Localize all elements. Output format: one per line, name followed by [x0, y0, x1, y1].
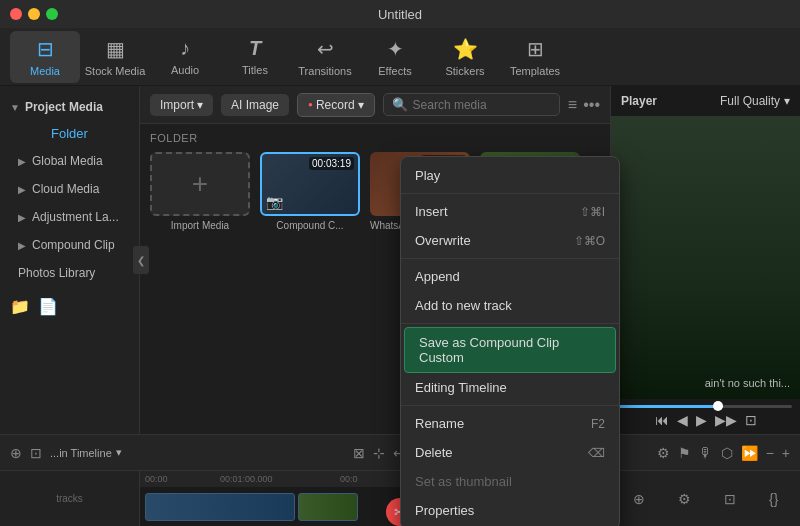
- sidebar-header: ▼ Project Media: [0, 94, 139, 120]
- ctx-delete[interactable]: Delete ⌫: [401, 438, 619, 467]
- toolbar-label-transitions: Transitions: [298, 65, 351, 77]
- toolbar-item-transitions[interactable]: ↩ Transitions: [290, 31, 360, 83]
- timeline-dropdown-icon[interactable]: ▾: [116, 446, 122, 459]
- settings-icon[interactable]: ⚙: [657, 445, 670, 461]
- timeline-more-icon[interactable]: {}: [769, 491, 778, 507]
- quality-selector[interactable]: Full Quality ▾: [720, 94, 790, 108]
- speed-icon[interactable]: ⏩: [741, 445, 758, 461]
- track-clip-2[interactable]: [298, 493, 358, 521]
- sidebar-folder-icon[interactable]: 📁: [10, 297, 30, 316]
- timeline-label: ...in Timeline ▾: [50, 446, 122, 459]
- ruler-mark-2: 00:0: [340, 474, 358, 484]
- sidebar-item-photos[interactable]: Photos Library: [0, 259, 139, 287]
- toolbar-item-stickers[interactable]: ⭐ Stickers: [430, 31, 500, 83]
- sidebar-arrow-compound-icon: ▶: [18, 240, 26, 251]
- sidebar-item-adjustment[interactable]: ▶ Adjustment La...: [0, 203, 139, 231]
- ctx-thumbnail: Set as thumbnail: [401, 467, 619, 496]
- filter-icon[interactable]: ≡: [568, 96, 577, 114]
- timeline-left: tracks: [0, 471, 140, 526]
- player-frame-back-icon[interactable]: ◀: [677, 412, 688, 428]
- sidebar-item-compound-clip[interactable]: ▶ Compound Clip: [0, 231, 139, 259]
- close-button[interactable]: [10, 8, 22, 20]
- sidebar-collapse-button[interactable]: ❮: [133, 246, 149, 274]
- ctx-divider-4: [401, 405, 619, 406]
- ai-image-button[interactable]: AI Image: [221, 94, 289, 116]
- window-title: Untitled: [378, 7, 422, 22]
- player-progress-handle[interactable]: [713, 401, 723, 411]
- maximize-button[interactable]: [46, 8, 58, 20]
- toolbar-item-templates[interactable]: ⊞ Templates: [500, 31, 570, 83]
- ctx-append[interactable]: Append: [401, 262, 619, 291]
- stock-media-icon: ▦: [106, 37, 125, 61]
- media-grid: FOLDER + Import Media 00:03:19 📷 Compoun…: [140, 124, 610, 434]
- timeline-settings-icon[interactable]: ⚙: [678, 491, 691, 507]
- ctx-add-track[interactable]: Add to new track: [401, 291, 619, 320]
- player-video: ain't no such thi...: [611, 116, 800, 399]
- ctx-rename-shortcut: F2: [591, 417, 605, 431]
- add-media-icon[interactable]: ⊕: [10, 445, 22, 461]
- sidebar-item-global-media[interactable]: ▶ Global Media: [0, 147, 139, 175]
- player-frame-fwd-icon[interactable]: ▶▶: [715, 412, 737, 428]
- import-label: Import: [160, 98, 194, 112]
- toolbar-label-effects: Effects: [378, 65, 411, 77]
- record-button[interactable]: ● Record ▾: [297, 93, 375, 117]
- sidebar-label-adjustment: Adjustment La...: [32, 210, 119, 224]
- more-options-icon[interactable]: •••: [583, 96, 600, 114]
- snapping-icon[interactable]: ⊡: [30, 445, 42, 461]
- ctx-rename-label: Rename: [415, 416, 464, 431]
- sidebar-item-cloud-media[interactable]: ▶ Cloud Media: [0, 175, 139, 203]
- ctx-play[interactable]: Play: [401, 161, 619, 190]
- ctx-rename[interactable]: Rename F2: [401, 409, 619, 438]
- toolbar-item-titles[interactable]: T Titles: [220, 31, 290, 83]
- zoom-in-icon[interactable]: +: [782, 445, 790, 461]
- main-area: ▼ Project Media Folder ▶ Global Media ▶ …: [0, 86, 800, 434]
- bottom-left: ⊕ ⊡ ...in Timeline ▾: [10, 445, 122, 461]
- search-box: 🔍: [383, 93, 560, 116]
- marker-icon[interactable]: ⚑: [678, 445, 691, 461]
- timeline-zoom-in-icon[interactable]: ⊕: [633, 491, 645, 507]
- ctx-delete-shortcut: ⌫: [588, 446, 605, 460]
- toolbar-label-titles: Titles: [242, 64, 268, 76]
- toolbar-item-audio[interactable]: ♪ Audio: [150, 31, 220, 83]
- toolbar-item-effects[interactable]: ✦ Effects: [360, 31, 430, 83]
- player-controls: ⏮ ◀ ▶ ▶▶ ⊡: [611, 399, 800, 434]
- toolbar-label-stickers: Stickers: [445, 65, 484, 77]
- ctx-editing-timeline[interactable]: Editing Timeline: [401, 373, 619, 402]
- toolbar-label-audio: Audio: [171, 64, 199, 76]
- sidebar-folder-item[interactable]: Folder: [0, 120, 139, 147]
- player-header: Player Full Quality ▾: [611, 86, 800, 116]
- mic-icon[interactable]: 🎙: [699, 445, 713, 461]
- ctx-overwrite-shortcut: ⇧⌘O: [574, 234, 605, 248]
- timeline-layout-icon[interactable]: ⊡: [724, 491, 736, 507]
- quality-dropdown-icon: ▾: [784, 94, 790, 108]
- search-input[interactable]: [413, 98, 551, 112]
- ctx-save-compound[interactable]: Save as Compound Clip Custom: [404, 327, 616, 373]
- ripple-tool-icon[interactable]: ⊹: [373, 445, 385, 461]
- media-item-import[interactable]: + Import Media: [150, 152, 250, 231]
- track-clip-1[interactable]: [145, 493, 295, 521]
- minimize-button[interactable]: [28, 8, 40, 20]
- toolbar-label-media: Media: [30, 65, 60, 77]
- sidebar-label-cloud: Cloud Media: [32, 182, 99, 196]
- top-toolbar: ⊟ Media ▦ Stock Media ♪ Audio T Titles ↩…: [0, 28, 800, 86]
- media-item-compound[interactable]: 00:03:19 📷 Compound C...: [260, 152, 360, 231]
- sidebar-label-compound: Compound Clip: [32, 238, 115, 252]
- ctx-insert-label: Insert: [415, 204, 448, 219]
- ctx-divider-1: [401, 193, 619, 194]
- ctx-properties[interactable]: Properties: [401, 496, 619, 525]
- export-icon[interactable]: ⬡: [721, 445, 733, 461]
- player-play-icon[interactable]: ▶: [696, 412, 707, 428]
- toolbar-item-media[interactable]: ⊟ Media: [10, 31, 80, 83]
- ruler-mark-0: 00:00: [145, 474, 168, 484]
- select-tool-icon[interactable]: ⊠: [353, 445, 365, 461]
- ctx-insert[interactable]: Insert ⇧⌘I: [401, 197, 619, 226]
- zoom-out-icon[interactable]: −: [766, 445, 774, 461]
- toolbar-item-stock-media[interactable]: ▦ Stock Media: [80, 31, 150, 83]
- player-skip-back-icon[interactable]: ⏮: [655, 412, 669, 428]
- ctx-overwrite[interactable]: Overwrite ⇧⌘O: [401, 226, 619, 255]
- import-button[interactable]: Import ▾: [150, 94, 213, 116]
- sidebar-file-icon[interactable]: 📄: [38, 297, 58, 316]
- context-menu: Play Insert ⇧⌘I Overwrite ⇧⌘O Append Add…: [400, 156, 620, 526]
- player-fullscreen-icon[interactable]: ⊡: [745, 412, 757, 428]
- player-progress-bar[interactable]: [619, 405, 792, 408]
